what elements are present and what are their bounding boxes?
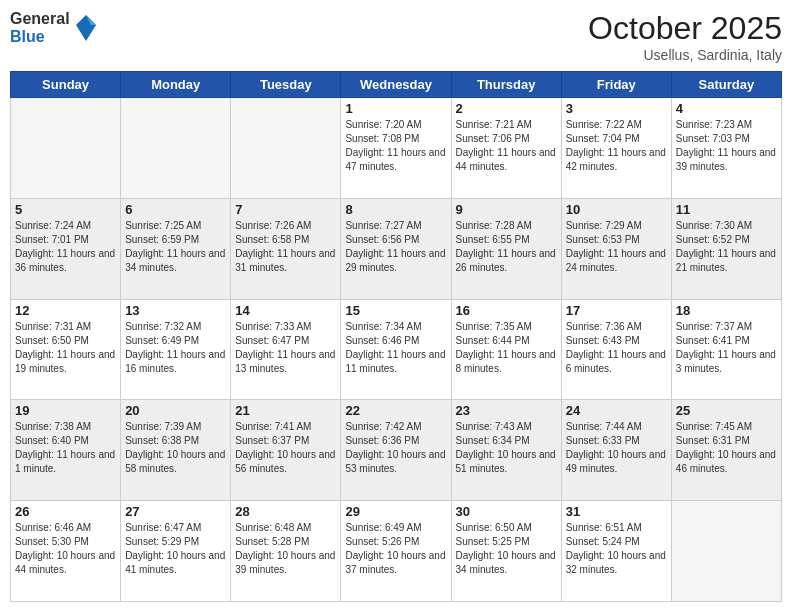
day-info: Sunrise: 7:34 AM Sunset: 6:46 PM Dayligh… xyxy=(345,320,446,376)
calendar-week-2: 12Sunrise: 7:31 AM Sunset: 6:50 PM Dayli… xyxy=(11,299,782,400)
table-row: 8Sunrise: 7:27 AM Sunset: 6:56 PM Daylig… xyxy=(341,198,451,299)
day-number: 14 xyxy=(235,303,336,318)
day-number: 7 xyxy=(235,202,336,217)
table-row: 28Sunrise: 6:48 AM Sunset: 5:28 PM Dayli… xyxy=(231,501,341,602)
day-info: Sunrise: 7:25 AM Sunset: 6:59 PM Dayligh… xyxy=(125,219,226,275)
table-row: 3Sunrise: 7:22 AM Sunset: 7:04 PM Daylig… xyxy=(561,98,671,199)
day-number: 16 xyxy=(456,303,557,318)
table-row: 14Sunrise: 7:33 AM Sunset: 6:47 PM Dayli… xyxy=(231,299,341,400)
day-number: 31 xyxy=(566,504,667,519)
day-number: 17 xyxy=(566,303,667,318)
table-row: 12Sunrise: 7:31 AM Sunset: 6:50 PM Dayli… xyxy=(11,299,121,400)
col-tuesday: Tuesday xyxy=(231,72,341,98)
table-row: 24Sunrise: 7:44 AM Sunset: 6:33 PM Dayli… xyxy=(561,400,671,501)
day-info: Sunrise: 6:49 AM Sunset: 5:26 PM Dayligh… xyxy=(345,521,446,577)
table-row: 20Sunrise: 7:39 AM Sunset: 6:38 PM Dayli… xyxy=(121,400,231,501)
table-row xyxy=(231,98,341,199)
logo-blue: Blue xyxy=(10,28,70,46)
table-row xyxy=(11,98,121,199)
table-row: 31Sunrise: 6:51 AM Sunset: 5:24 PM Dayli… xyxy=(561,501,671,602)
logo-general: General xyxy=(10,10,70,28)
day-info: Sunrise: 6:47 AM Sunset: 5:29 PM Dayligh… xyxy=(125,521,226,577)
table-row: 6Sunrise: 7:25 AM Sunset: 6:59 PM Daylig… xyxy=(121,198,231,299)
col-thursday: Thursday xyxy=(451,72,561,98)
calendar-header: Sunday Monday Tuesday Wednesday Thursday… xyxy=(11,72,782,98)
col-sunday: Sunday xyxy=(11,72,121,98)
table-row: 15Sunrise: 7:34 AM Sunset: 6:46 PM Dayli… xyxy=(341,299,451,400)
day-number: 12 xyxy=(15,303,116,318)
logo-icon xyxy=(74,13,98,43)
table-row: 25Sunrise: 7:45 AM Sunset: 6:31 PM Dayli… xyxy=(671,400,781,501)
day-number: 19 xyxy=(15,403,116,418)
table-row: 1Sunrise: 7:20 AM Sunset: 7:08 PM Daylig… xyxy=(341,98,451,199)
col-friday: Friday xyxy=(561,72,671,98)
table-row: 29Sunrise: 6:49 AM Sunset: 5:26 PM Dayli… xyxy=(341,501,451,602)
calendar-week-1: 5Sunrise: 7:24 AM Sunset: 7:01 PM Daylig… xyxy=(11,198,782,299)
day-number: 21 xyxy=(235,403,336,418)
col-monday: Monday xyxy=(121,72,231,98)
day-info: Sunrise: 7:33 AM Sunset: 6:47 PM Dayligh… xyxy=(235,320,336,376)
day-number: 22 xyxy=(345,403,446,418)
day-number: 3 xyxy=(566,101,667,116)
day-info: Sunrise: 7:27 AM Sunset: 6:56 PM Dayligh… xyxy=(345,219,446,275)
day-info: Sunrise: 7:42 AM Sunset: 6:36 PM Dayligh… xyxy=(345,420,446,476)
table-row: 7Sunrise: 7:26 AM Sunset: 6:58 PM Daylig… xyxy=(231,198,341,299)
svg-marker-0 xyxy=(76,15,96,41)
day-number: 5 xyxy=(15,202,116,217)
page: General Blue October 2025 Usellus, Sardi… xyxy=(0,0,792,612)
day-info: Sunrise: 6:48 AM Sunset: 5:28 PM Dayligh… xyxy=(235,521,336,577)
logo: General Blue xyxy=(10,10,98,45)
day-info: Sunrise: 7:23 AM Sunset: 7:03 PM Dayligh… xyxy=(676,118,777,174)
day-number: 23 xyxy=(456,403,557,418)
day-info: Sunrise: 7:32 AM Sunset: 6:49 PM Dayligh… xyxy=(125,320,226,376)
calendar-body: 1Sunrise: 7:20 AM Sunset: 7:08 PM Daylig… xyxy=(11,98,782,602)
col-wednesday: Wednesday xyxy=(341,72,451,98)
day-info: Sunrise: 7:22 AM Sunset: 7:04 PM Dayligh… xyxy=(566,118,667,174)
day-number: 6 xyxy=(125,202,226,217)
table-row xyxy=(121,98,231,199)
day-number: 4 xyxy=(676,101,777,116)
day-number: 8 xyxy=(345,202,446,217)
day-info: Sunrise: 7:29 AM Sunset: 6:53 PM Dayligh… xyxy=(566,219,667,275)
table-row: 11Sunrise: 7:30 AM Sunset: 6:52 PM Dayli… xyxy=(671,198,781,299)
table-row: 17Sunrise: 7:36 AM Sunset: 6:43 PM Dayli… xyxy=(561,299,671,400)
header: General Blue October 2025 Usellus, Sardi… xyxy=(10,10,782,63)
calendar-table: Sunday Monday Tuesday Wednesday Thursday… xyxy=(10,71,782,602)
table-row: 30Sunrise: 6:50 AM Sunset: 5:25 PM Dayli… xyxy=(451,501,561,602)
day-number: 20 xyxy=(125,403,226,418)
title-block: October 2025 Usellus, Sardinia, Italy xyxy=(588,10,782,63)
day-number: 28 xyxy=(235,504,336,519)
day-info: Sunrise: 6:50 AM Sunset: 5:25 PM Dayligh… xyxy=(456,521,557,577)
day-number: 9 xyxy=(456,202,557,217)
calendar-week-3: 19Sunrise: 7:38 AM Sunset: 6:40 PM Dayli… xyxy=(11,400,782,501)
day-number: 2 xyxy=(456,101,557,116)
day-number: 25 xyxy=(676,403,777,418)
day-info: Sunrise: 7:21 AM Sunset: 7:06 PM Dayligh… xyxy=(456,118,557,174)
logo-text: General Blue xyxy=(10,10,70,45)
day-number: 11 xyxy=(676,202,777,217)
day-number: 10 xyxy=(566,202,667,217)
table-row: 27Sunrise: 6:47 AM Sunset: 5:29 PM Dayli… xyxy=(121,501,231,602)
day-info: Sunrise: 7:43 AM Sunset: 6:34 PM Dayligh… xyxy=(456,420,557,476)
day-info: Sunrise: 7:39 AM Sunset: 6:38 PM Dayligh… xyxy=(125,420,226,476)
header-row: Sunday Monday Tuesday Wednesday Thursday… xyxy=(11,72,782,98)
day-info: Sunrise: 7:37 AM Sunset: 6:41 PM Dayligh… xyxy=(676,320,777,376)
subtitle: Usellus, Sardinia, Italy xyxy=(588,47,782,63)
day-number: 13 xyxy=(125,303,226,318)
table-row: 13Sunrise: 7:32 AM Sunset: 6:49 PM Dayli… xyxy=(121,299,231,400)
table-row: 19Sunrise: 7:38 AM Sunset: 6:40 PM Dayli… xyxy=(11,400,121,501)
day-number: 18 xyxy=(676,303,777,318)
table-row xyxy=(671,501,781,602)
day-number: 15 xyxy=(345,303,446,318)
day-number: 26 xyxy=(15,504,116,519)
day-info: Sunrise: 7:26 AM Sunset: 6:58 PM Dayligh… xyxy=(235,219,336,275)
table-row: 5Sunrise: 7:24 AM Sunset: 7:01 PM Daylig… xyxy=(11,198,121,299)
table-row: 2Sunrise: 7:21 AM Sunset: 7:06 PM Daylig… xyxy=(451,98,561,199)
day-info: Sunrise: 6:51 AM Sunset: 5:24 PM Dayligh… xyxy=(566,521,667,577)
table-row: 26Sunrise: 6:46 AM Sunset: 5:30 PM Dayli… xyxy=(11,501,121,602)
table-row: 22Sunrise: 7:42 AM Sunset: 6:36 PM Dayli… xyxy=(341,400,451,501)
day-info: Sunrise: 7:45 AM Sunset: 6:31 PM Dayligh… xyxy=(676,420,777,476)
day-info: Sunrise: 7:31 AM Sunset: 6:50 PM Dayligh… xyxy=(15,320,116,376)
day-info: Sunrise: 7:20 AM Sunset: 7:08 PM Dayligh… xyxy=(345,118,446,174)
day-number: 29 xyxy=(345,504,446,519)
